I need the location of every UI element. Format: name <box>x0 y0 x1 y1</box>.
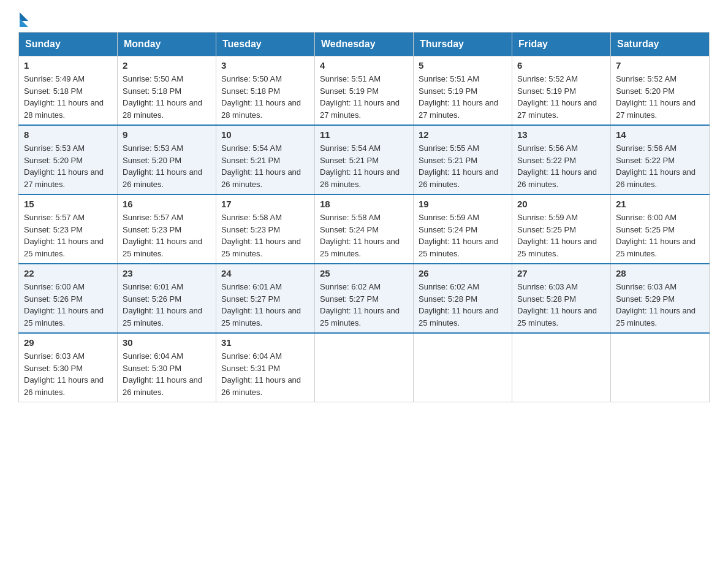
day-number: 13 <box>517 129 605 140</box>
day-number: 29 <box>24 337 112 348</box>
calendar-cell-week4-day7: 28Sunrise: 6:03 AMSunset: 5:29 PMDayligh… <box>611 264 710 333</box>
day-number: 23 <box>123 268 211 278</box>
calendar-cell-week3-day3: 17Sunrise: 5:58 AMSunset: 5:23 PMDayligh… <box>216 194 315 264</box>
day-number: 12 <box>419 129 507 140</box>
day-info: Sunrise: 5:56 AMSunset: 5:22 PMDaylight:… <box>616 142 704 190</box>
calendar-cell-week5-day3: 31Sunrise: 6:04 AMSunset: 5:31 PMDayligh… <box>216 333 315 402</box>
day-info: Sunrise: 5:55 AMSunset: 5:21 PMDaylight:… <box>419 142 507 190</box>
day-number: 25 <box>320 268 408 278</box>
calendar-cell-week4-day1: 22Sunrise: 6:00 AMSunset: 5:26 PMDayligh… <box>19 264 118 333</box>
day-info: Sunrise: 5:53 AMSunset: 5:20 PMDaylight:… <box>24 142 112 190</box>
header-sunday: Sunday <box>19 33 118 56</box>
day-info: Sunrise: 6:03 AMSunset: 5:29 PMDaylight:… <box>616 281 704 329</box>
day-info: Sunrise: 6:01 AMSunset: 5:26 PMDaylight:… <box>123 281 211 329</box>
header-tuesday: Tuesday <box>216 33 315 56</box>
day-info: Sunrise: 5:51 AMSunset: 5:19 PMDaylight:… <box>419 73 507 121</box>
day-info: Sunrise: 5:51 AMSunset: 5:19 PMDaylight:… <box>320 73 408 121</box>
calendar-cell-week4-day6: 27Sunrise: 6:03 AMSunset: 5:28 PMDayligh… <box>512 264 611 333</box>
day-info: Sunrise: 6:04 AMSunset: 5:30 PMDaylight:… <box>123 350 211 398</box>
logo-triangle2-icon <box>20 18 28 27</box>
calendar-cell-week5-day4 <box>315 333 414 402</box>
day-info: Sunrise: 5:59 AMSunset: 5:24 PMDaylight:… <box>419 212 507 259</box>
calendar-cell-week3-day6: 20Sunrise: 5:59 AMSunset: 5:25 PMDayligh… <box>512 194 611 264</box>
day-info: Sunrise: 5:52 AMSunset: 5:19 PMDaylight:… <box>517 73 605 121</box>
day-info: Sunrise: 6:04 AMSunset: 5:31 PMDaylight:… <box>221 350 309 398</box>
day-info: Sunrise: 5:56 AMSunset: 5:22 PMDaylight:… <box>517 142 605 190</box>
calendar-cell-week2-day6: 13Sunrise: 5:56 AMSunset: 5:22 PMDayligh… <box>512 125 611 194</box>
day-number: 28 <box>616 268 704 278</box>
day-number: 16 <box>123 199 211 209</box>
header-wednesday: Wednesday <box>315 33 414 56</box>
calendar-cell-week1-day6: 6Sunrise: 5:52 AMSunset: 5:19 PMDaylight… <box>512 56 611 126</box>
calendar-cell-week2-day3: 10Sunrise: 5:54 AMSunset: 5:21 PMDayligh… <box>216 125 315 194</box>
day-number: 26 <box>419 268 507 278</box>
day-info: Sunrise: 6:02 AMSunset: 5:27 PMDaylight:… <box>320 281 408 329</box>
calendar-week-2: 8Sunrise: 5:53 AMSunset: 5:20 PMDaylight… <box>19 125 710 194</box>
header-monday: Monday <box>118 33 216 56</box>
day-number: 24 <box>221 268 309 278</box>
calendar-cell-week3-day4: 18Sunrise: 5:58 AMSunset: 5:24 PMDayligh… <box>315 194 414 264</box>
day-number: 1 <box>24 60 112 71</box>
logo <box>18 12 28 26</box>
calendar-cell-week5-day5 <box>414 333 512 402</box>
page-header <box>18 12 710 26</box>
day-info: Sunrise: 5:52 AMSunset: 5:20 PMDaylight:… <box>616 73 704 121</box>
calendar-week-1: 1Sunrise: 5:49 AMSunset: 5:18 PMDaylight… <box>19 56 710 126</box>
calendar-cell-week1-day5: 5Sunrise: 5:51 AMSunset: 5:19 PMDaylight… <box>414 56 512 126</box>
day-number: 14 <box>616 129 704 140</box>
day-number: 5 <box>419 60 507 71</box>
day-number: 4 <box>320 60 408 71</box>
calendar-cell-week5-day2: 30Sunrise: 6:04 AMSunset: 5:30 PMDayligh… <box>118 333 216 402</box>
day-info: Sunrise: 5:49 AMSunset: 5:18 PMDaylight:… <box>24 73 112 121</box>
calendar-cell-week3-day5: 19Sunrise: 5:59 AMSunset: 5:24 PMDayligh… <box>414 194 512 264</box>
day-number: 19 <box>419 199 507 209</box>
calendar-cell-week4-day5: 26Sunrise: 6:02 AMSunset: 5:28 PMDayligh… <box>414 264 512 333</box>
day-info: Sunrise: 5:58 AMSunset: 5:23 PMDaylight:… <box>221 212 309 259</box>
day-info: Sunrise: 5:58 AMSunset: 5:24 PMDaylight:… <box>320 212 408 259</box>
day-info: Sunrise: 5:53 AMSunset: 5:20 PMDaylight:… <box>123 142 211 190</box>
calendar-cell-week4-day2: 23Sunrise: 6:01 AMSunset: 5:26 PMDayligh… <box>118 264 216 333</box>
calendar-cell-week5-day1: 29Sunrise: 6:03 AMSunset: 5:30 PMDayligh… <box>19 333 118 402</box>
day-number: 17 <box>221 199 309 209</box>
day-number: 15 <box>24 199 112 209</box>
calendar-cell-week2-day1: 8Sunrise: 5:53 AMSunset: 5:20 PMDaylight… <box>19 125 118 194</box>
day-info: Sunrise: 5:57 AMSunset: 5:23 PMDaylight:… <box>24 212 112 259</box>
calendar-cell-week4-day3: 24Sunrise: 6:01 AMSunset: 5:27 PMDayligh… <box>216 264 315 333</box>
calendar-table: SundayMondayTuesdayWednesdayThursdayFrid… <box>18 32 710 402</box>
day-number: 21 <box>616 199 704 209</box>
day-info: Sunrise: 5:59 AMSunset: 5:25 PMDaylight:… <box>517 212 605 259</box>
calendar-cell-week2-day7: 14Sunrise: 5:56 AMSunset: 5:22 PMDayligh… <box>611 125 710 194</box>
calendar-cell-week1-day3: 3Sunrise: 5:50 AMSunset: 5:18 PMDaylight… <box>216 56 315 126</box>
day-info: Sunrise: 6:00 AMSunset: 5:25 PMDaylight:… <box>616 212 704 259</box>
day-number: 11 <box>320 129 408 140</box>
day-info: Sunrise: 5:54 AMSunset: 5:21 PMDaylight:… <box>221 142 309 190</box>
header-thursday: Thursday <box>414 33 512 56</box>
day-info: Sunrise: 6:02 AMSunset: 5:28 PMDaylight:… <box>419 281 507 329</box>
day-number: 22 <box>24 268 112 278</box>
day-number: 27 <box>517 268 605 278</box>
day-number: 3 <box>221 60 309 71</box>
day-number: 6 <box>517 60 605 71</box>
calendar-cell-week1-day4: 4Sunrise: 5:51 AMSunset: 5:19 PMDaylight… <box>315 56 414 126</box>
calendar-cell-week1-day1: 1Sunrise: 5:49 AMSunset: 5:18 PMDaylight… <box>19 56 118 126</box>
day-info: Sunrise: 5:50 AMSunset: 5:18 PMDaylight:… <box>221 73 309 121</box>
calendar-week-5: 29Sunrise: 6:03 AMSunset: 5:30 PMDayligh… <box>19 333 710 402</box>
day-number: 18 <box>320 199 408 209</box>
calendar-week-4: 22Sunrise: 6:00 AMSunset: 5:26 PMDayligh… <box>19 264 710 333</box>
day-info: Sunrise: 6:00 AMSunset: 5:26 PMDaylight:… <box>24 281 112 329</box>
day-number: 20 <box>517 199 605 209</box>
day-number: 2 <box>123 60 211 71</box>
day-number: 31 <box>221 337 309 348</box>
calendar-cell-week3-day2: 16Sunrise: 5:57 AMSunset: 5:23 PMDayligh… <box>118 194 216 264</box>
calendar-header-row: SundayMondayTuesdayWednesdayThursdayFrid… <box>19 33 710 56</box>
calendar-cell-week5-day7 <box>611 333 710 402</box>
day-info: Sunrise: 6:03 AMSunset: 5:28 PMDaylight:… <box>517 281 605 329</box>
calendar-cell-week2-day5: 12Sunrise: 5:55 AMSunset: 5:21 PMDayligh… <box>414 125 512 194</box>
day-info: Sunrise: 6:03 AMSunset: 5:30 PMDaylight:… <box>24 350 112 398</box>
day-info: Sunrise: 6:01 AMSunset: 5:27 PMDaylight:… <box>221 281 309 329</box>
calendar-week-3: 15Sunrise: 5:57 AMSunset: 5:23 PMDayligh… <box>19 194 710 264</box>
calendar-cell-week1-day2: 2Sunrise: 5:50 AMSunset: 5:18 PMDaylight… <box>118 56 216 126</box>
day-info: Sunrise: 5:50 AMSunset: 5:18 PMDaylight:… <box>123 73 211 121</box>
header-friday: Friday <box>512 33 611 56</box>
calendar-cell-week5-day6 <box>512 333 611 402</box>
